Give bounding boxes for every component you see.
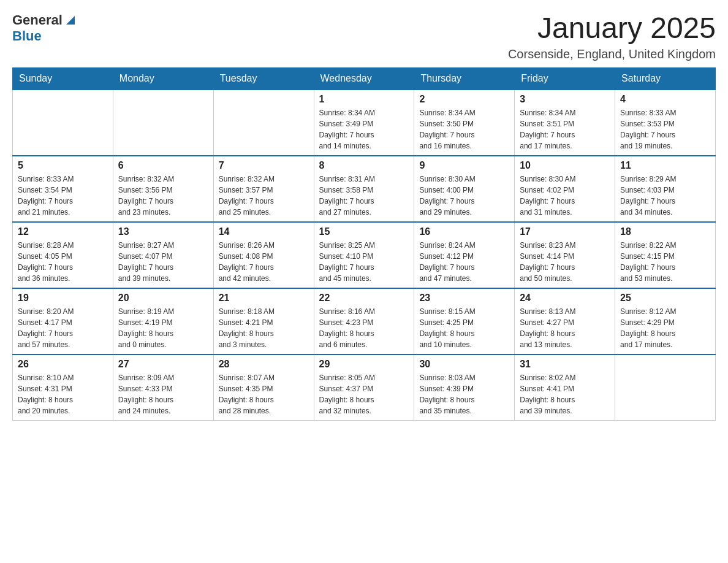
day-cell: 25Sunrise: 8:12 AM Sunset: 4:29 PM Dayli…	[615, 288, 716, 354]
logo-triangle-icon	[64, 13, 77, 27]
day-cell: 17Sunrise: 8:23 AM Sunset: 4:14 PM Dayli…	[515, 222, 615, 288]
day-cell: 20Sunrise: 8:19 AM Sunset: 4:19 PM Dayli…	[113, 288, 213, 354]
day-info: Sunrise: 8:32 AM Sunset: 3:56 PM Dayligh…	[118, 174, 208, 218]
day-info: Sunrise: 8:34 AM Sunset: 3:50 PM Dayligh…	[419, 107, 509, 151]
day-number: 10	[520, 160, 610, 171]
day-info: Sunrise: 8:15 AM Sunset: 4:25 PM Dayligh…	[419, 306, 509, 350]
day-cell: 10Sunrise: 8:30 AM Sunset: 4:02 PM Dayli…	[515, 156, 615, 222]
weekday-header-tuesday: Tuesday	[213, 67, 314, 90]
day-cell: 11Sunrise: 8:29 AM Sunset: 4:03 PM Dayli…	[615, 156, 716, 222]
day-cell: 2Sunrise: 8:34 AM Sunset: 3:50 PM Daylig…	[414, 90, 515, 156]
day-number: 2	[419, 94, 509, 105]
day-info: Sunrise: 8:22 AM Sunset: 4:15 PM Dayligh…	[620, 240, 710, 284]
day-number: 22	[319, 293, 409, 304]
day-cell: 18Sunrise: 8:22 AM Sunset: 4:15 PM Dayli…	[615, 222, 716, 288]
day-cell: 3Sunrise: 8:34 AM Sunset: 3:51 PM Daylig…	[515, 90, 615, 156]
day-number: 16	[419, 226, 509, 237]
day-cell: 6Sunrise: 8:32 AM Sunset: 3:56 PM Daylig…	[113, 156, 213, 222]
day-info: Sunrise: 8:05 AM Sunset: 4:37 PM Dayligh…	[319, 372, 409, 416]
day-info: Sunrise: 8:33 AM Sunset: 3:54 PM Dayligh…	[18, 174, 108, 218]
weekday-header-monday: Monday	[113, 67, 213, 90]
day-info: Sunrise: 8:34 AM Sunset: 3:51 PM Dayligh…	[520, 107, 610, 151]
weekday-header-friday: Friday	[515, 67, 615, 90]
day-number: 29	[319, 359, 409, 370]
day-cell	[13, 90, 113, 156]
day-info: Sunrise: 8:07 AM Sunset: 4:35 PM Dayligh…	[219, 372, 309, 416]
weekday-header-wednesday: Wednesday	[314, 67, 414, 90]
day-cell: 28Sunrise: 8:07 AM Sunset: 4:35 PM Dayli…	[213, 354, 314, 421]
day-info: Sunrise: 8:24 AM Sunset: 4:12 PM Dayligh…	[419, 240, 509, 284]
weekday-header-sunday: Sunday	[13, 67, 113, 90]
day-info: Sunrise: 8:33 AM Sunset: 3:53 PM Dayligh…	[620, 107, 710, 151]
day-info: Sunrise: 8:23 AM Sunset: 4:14 PM Dayligh…	[520, 240, 610, 284]
day-info: Sunrise: 8:03 AM Sunset: 4:39 PM Dayligh…	[419, 372, 509, 416]
day-info: Sunrise: 8:29 AM Sunset: 4:03 PM Dayligh…	[620, 174, 710, 218]
day-info: Sunrise: 8:10 AM Sunset: 4:31 PM Dayligh…	[18, 372, 108, 416]
day-info: Sunrise: 8:13 AM Sunset: 4:27 PM Dayligh…	[520, 306, 610, 350]
day-number: 14	[219, 226, 309, 237]
weekday-header-saturday: Saturday	[615, 67, 716, 90]
week-row-4: 19Sunrise: 8:20 AM Sunset: 4:17 PM Dayli…	[13, 288, 716, 354]
day-number: 13	[118, 226, 208, 237]
day-info: Sunrise: 8:32 AM Sunset: 3:57 PM Dayligh…	[219, 174, 309, 218]
logo: General Blue	[12, 12, 77, 44]
logo-general-text: General	[12, 12, 63, 28]
day-number: 12	[18, 226, 108, 237]
week-row-1: 1Sunrise: 8:34 AM Sunset: 3:49 PM Daylig…	[13, 90, 716, 156]
day-cell: 1Sunrise: 8:34 AM Sunset: 3:49 PM Daylig…	[314, 90, 414, 156]
day-cell: 9Sunrise: 8:30 AM Sunset: 4:00 PM Daylig…	[414, 156, 515, 222]
day-number: 31	[520, 359, 610, 370]
weekday-header-row: SundayMondayTuesdayWednesdayThursdayFrid…	[13, 67, 716, 90]
day-info: Sunrise: 8:02 AM Sunset: 4:41 PM Dayligh…	[520, 372, 610, 416]
day-number: 18	[620, 226, 710, 237]
day-info: Sunrise: 8:34 AM Sunset: 3:49 PM Dayligh…	[319, 107, 409, 151]
day-info: Sunrise: 8:30 AM Sunset: 4:02 PM Dayligh…	[520, 174, 610, 218]
title-block: January 2025 Corsenside, England, United…	[508, 12, 716, 61]
page-header: General Blue January 2025 Corsenside, En…	[12, 12, 716, 61]
day-cell: 24Sunrise: 8:13 AM Sunset: 4:27 PM Dayli…	[515, 288, 615, 354]
day-number: 11	[620, 160, 710, 171]
location-text: Corsenside, England, United Kingdom	[508, 47, 716, 61]
day-cell: 29Sunrise: 8:05 AM Sunset: 4:37 PM Dayli…	[314, 354, 414, 421]
day-info: Sunrise: 8:31 AM Sunset: 3:58 PM Dayligh…	[319, 174, 409, 218]
day-info: Sunrise: 8:12 AM Sunset: 4:29 PM Dayligh…	[620, 306, 710, 350]
day-cell: 13Sunrise: 8:27 AM Sunset: 4:07 PM Dayli…	[113, 222, 213, 288]
month-title: January 2025	[508, 12, 716, 45]
day-cell: 15Sunrise: 8:25 AM Sunset: 4:10 PM Dayli…	[314, 222, 414, 288]
logo-blue-text: Blue	[12, 28, 42, 44]
day-number: 9	[419, 160, 509, 171]
day-cell: 30Sunrise: 8:03 AM Sunset: 4:39 PM Dayli…	[414, 354, 515, 421]
day-cell: 31Sunrise: 8:02 AM Sunset: 4:41 PM Dayli…	[515, 354, 615, 421]
week-row-3: 12Sunrise: 8:28 AM Sunset: 4:05 PM Dayli…	[13, 222, 716, 288]
day-info: Sunrise: 8:30 AM Sunset: 4:00 PM Dayligh…	[419, 174, 509, 218]
day-number: 28	[219, 359, 309, 370]
day-number: 20	[118, 293, 208, 304]
day-info: Sunrise: 8:25 AM Sunset: 4:10 PM Dayligh…	[319, 240, 409, 284]
day-cell: 7Sunrise: 8:32 AM Sunset: 3:57 PM Daylig…	[213, 156, 314, 222]
day-cell: 27Sunrise: 8:09 AM Sunset: 4:33 PM Dayli…	[113, 354, 213, 421]
day-info: Sunrise: 8:16 AM Sunset: 4:23 PM Dayligh…	[319, 306, 409, 350]
day-number: 27	[118, 359, 208, 370]
day-number: 7	[219, 160, 309, 171]
day-cell: 21Sunrise: 8:18 AM Sunset: 4:21 PM Dayli…	[213, 288, 314, 354]
day-cell: 16Sunrise: 8:24 AM Sunset: 4:12 PM Dayli…	[414, 222, 515, 288]
day-cell: 14Sunrise: 8:26 AM Sunset: 4:08 PM Dayli…	[213, 222, 314, 288]
day-cell: 26Sunrise: 8:10 AM Sunset: 4:31 PM Dayli…	[13, 354, 113, 421]
day-number: 4	[620, 94, 710, 105]
day-info: Sunrise: 8:27 AM Sunset: 4:07 PM Dayligh…	[118, 240, 208, 284]
day-info: Sunrise: 8:09 AM Sunset: 4:33 PM Dayligh…	[118, 372, 208, 416]
day-cell	[213, 90, 314, 156]
day-cell: 19Sunrise: 8:20 AM Sunset: 4:17 PM Dayli…	[13, 288, 113, 354]
day-number: 21	[219, 293, 309, 304]
day-cell	[113, 90, 213, 156]
week-row-5: 26Sunrise: 8:10 AM Sunset: 4:31 PM Dayli…	[13, 354, 716, 421]
day-number: 6	[118, 160, 208, 171]
day-info: Sunrise: 8:18 AM Sunset: 4:21 PM Dayligh…	[219, 306, 309, 350]
day-number: 5	[18, 160, 108, 171]
day-cell: 22Sunrise: 8:16 AM Sunset: 4:23 PM Dayli…	[314, 288, 414, 354]
day-number: 23	[419, 293, 509, 304]
day-number: 19	[18, 293, 108, 304]
day-cell: 23Sunrise: 8:15 AM Sunset: 4:25 PM Dayli…	[414, 288, 515, 354]
day-number: 17	[520, 226, 610, 237]
day-cell	[615, 354, 716, 421]
